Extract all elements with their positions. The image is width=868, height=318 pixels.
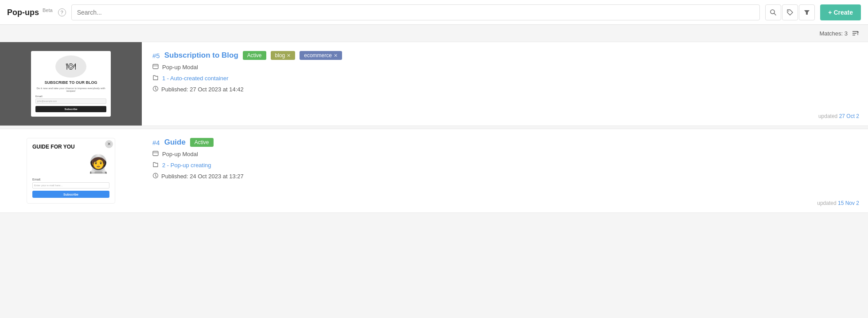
thumb1-email-input: john@example.com [35,98,106,104]
toolbar-row: Matches: 3 [0,25,868,42]
thumb-close-icon: ✕ [100,54,108,62]
filter-icon [804,9,810,16]
thumb2-background: ✕ GUIDE FOR YOU 🧑‍🚀 Email: Enter your e-… [0,129,142,212]
card-type-label-2: Pop-up Modal [162,151,198,157]
card-thumbnail-2: ✕ GUIDE FOR YOU 🧑‍🚀 Email: Enter your e-… [0,129,142,212]
status-badge-active-2: Active [190,138,214,147]
thumb2-email-input: Enter your e-mail here... [32,182,109,188]
card-details-2: #4 Guide Active Pop-up Modal 2 - Pop-up … [142,129,868,212]
sort-icon [851,29,859,37]
card-number-1: #5 [152,52,160,59]
svg-rect-11 [153,151,158,156]
tag-icon [786,9,794,16]
card-container-row-1: 1 - Auto-created container [152,75,857,82]
card-number-2: #4 [152,139,160,146]
card-name-1[interactable]: Subscription to Blog [164,51,238,60]
title-text: Pop-ups [7,8,39,17]
card-container-row-2: 2 - Pop-up creating [152,161,857,169]
card-thumbnail-1: ✕ 🍽 SUBSCRIBE TO OUR BLOG Do it now and … [0,42,142,126]
published-icon-2 [152,173,159,180]
container-tag-icon-2 [152,161,159,169]
search-wrapper [71,4,760,20]
search-input[interactable] [71,4,760,20]
table-row[interactable]: ✕ 🍽 SUBSCRIBE TO OUR BLOG Do it now and … [0,42,868,126]
status-badge-active-1: Active [243,51,266,60]
popup-modal-icon [152,63,159,71]
badge-blog-label: blog [275,52,285,59]
create-button[interactable]: + Create [820,4,861,20]
header-icons [765,4,815,20]
thumb1-plate-icon: 🍽 [55,55,86,78]
card-type-row-2: Pop-up Modal [152,150,857,158]
card-name-2[interactable]: Guide [164,138,186,147]
filter-icon-button[interactable] [799,4,815,20]
tag-icon-button[interactable] [782,4,798,20]
thumb2-email-label: Email: [32,178,109,181]
thumb2-placeholder: Enter your e-mail here... [34,184,62,187]
remove-ecommerce-tag-icon[interactable]: ✕ [334,53,338,59]
page-title: Pop-ups Beta [7,8,53,17]
thumb1-email-label: Email: [35,95,106,98]
remove-blog-tag-icon[interactable]: ✕ [287,53,291,59]
updated-label-1: updated [818,113,837,119]
card-type-row-1: Pop-up Modal [152,63,857,71]
updated-label-2: updated [817,200,836,206]
updated-date-link-2[interactable]: 15 Nov 2 [838,200,859,206]
svg-line-1 [774,13,776,15]
published-text-1: Published: 27 Oct 2023 at 14:42 [161,86,244,93]
updated-date-link-1[interactable]: 27 Oct 2 [839,113,859,119]
thumb2-btn-label: Subscribe [63,193,78,196]
thumb1-subscribe-btn: Subscribe [35,106,106,112]
header: Pop-ups Beta ? + Create [0,0,868,25]
search-icon [770,9,777,16]
thumb1-placeholder: john@example.com [37,100,57,102]
published-text-2: Published: 24 Oct 2023 at 13:27 [161,173,244,180]
matches-count: Matches: 3 [819,30,848,37]
help-icon[interactable]: ? [58,8,66,16]
card-header-row-1: #5 Subscription to Blog Active blog ✕ ec… [152,51,857,60]
search-icon-button[interactable] [765,4,781,20]
svg-marker-3 [804,10,810,15]
card-published-2: Published: 24 Oct 2023 at 13:27 [152,173,857,180]
popup-modal-icon-2 [152,150,159,158]
container-tag-icon [152,75,159,82]
thumb2-content: ✕ GUIDE FOR YOU 🧑‍🚀 Email: Enter your e-… [27,138,115,204]
beta-badge: Beta [43,8,53,13]
cards-list: ✕ 🍽 SUBSCRIBE TO OUR BLOG Do it now and … [0,42,868,224]
container-link-1[interactable]: 1 - Auto-created container [162,75,229,82]
card-details-1: #5 Subscription to Blog Active blog ✕ ec… [142,42,868,126]
published-icon-1 [152,86,159,93]
thumb1-sub: Do it now and take your chance to impres… [35,87,106,92]
container-link-2[interactable]: 2 - Pop-up creating [162,162,211,169]
table-row[interactable]: ✕ GUIDE FOR YOU 🧑‍🚀 Email: Enter your e-… [0,129,868,213]
thumb2-close-icon: ✕ [105,140,113,148]
sort-button[interactable] [851,29,859,37]
thumb1-content: ✕ 🍽 SUBSCRIBE TO OUR BLOG Do it now and … [31,51,111,117]
thumb1-background: ✕ 🍽 SUBSCRIBE TO OUR BLOG Do it now and … [0,42,142,126]
card-type-label-1: Pop-up Modal [162,64,198,71]
thumb2-title: GUIDE FOR YOU [32,144,109,150]
card-published-1: Published: 27 Oct 2023 at 14:42 [152,86,857,93]
card-header-row-2: #4 Guide Active [152,138,857,147]
updated-text-2: updated 15 Nov 2 [817,200,859,206]
thumb2-subscribe-btn: Subscribe [32,191,109,198]
svg-point-2 [788,11,789,12]
tag-badge-ecommerce: ecommerce ✕ [300,51,342,60]
tag-badge-blog: blog ✕ [271,51,296,60]
svg-rect-8 [153,64,158,69]
thumb1-title: SUBSCRIBE TO OUR BLOG [35,80,106,86]
updated-text-1: updated 27 Oct 2 [818,113,859,119]
create-label: + Create [828,9,853,16]
thumb1-btn-label: Subscribe [64,108,77,110]
badge-ecommerce-label: ecommerce [304,52,332,59]
astronaut-icon: 🧑‍🚀 [87,153,109,174]
